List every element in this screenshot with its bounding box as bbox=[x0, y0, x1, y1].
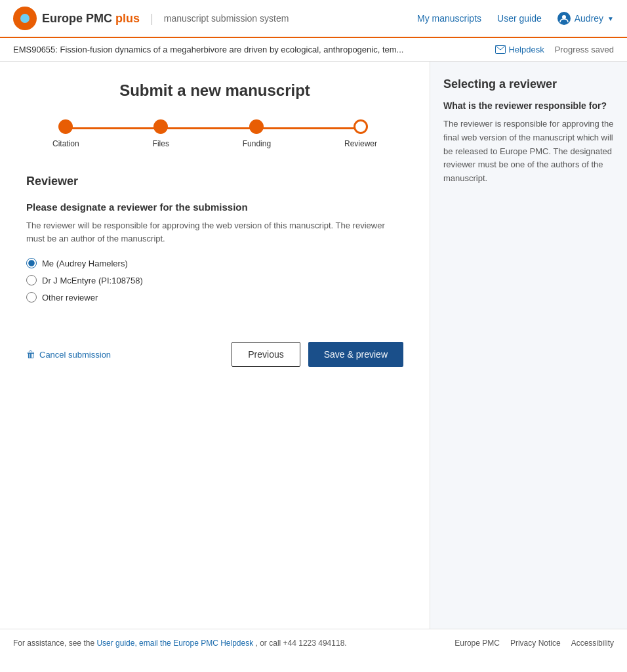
form-subtitle: Please designate a reviewer for the subm… bbox=[26, 201, 403, 213]
helpdesk-link[interactable]: Helpdesk bbox=[495, 45, 544, 54]
logo-area: Europe PMC plus | manuscript submission … bbox=[13, 7, 289, 30]
progress-status: Progress saved bbox=[555, 45, 614, 54]
footer-links: Europe PMC Privacy Notice Accessibility bbox=[455, 639, 614, 648]
step-label-files: Files bbox=[153, 139, 169, 148]
footer-link-accessibility[interactable]: Accessibility bbox=[571, 639, 614, 648]
logo-icon bbox=[13, 7, 37, 30]
right-sidebar: Selecting a reviewer What is the reviewe… bbox=[430, 62, 627, 629]
helpdesk-label: Helpdesk bbox=[508, 45, 544, 54]
sub-header: EMS90655: Fission-fusion dynamics of a m… bbox=[0, 38, 627, 62]
manuscript-title: EMS90655: Fission-fusion dynamics of a m… bbox=[13, 45, 403, 54]
radio-drj[interactable] bbox=[26, 275, 37, 285]
step-dot-funding bbox=[249, 119, 264, 134]
page-title: Submit a new manuscript bbox=[26, 81, 403, 100]
radio-other[interactable] bbox=[26, 292, 37, 303]
progress-steps: Citation Files Funding Reviewer bbox=[26, 119, 403, 148]
action-row: 🗑 Cancel submission Previous Save & prev… bbox=[26, 329, 403, 367]
form-description: The reviewer will be responsible for app… bbox=[26, 219, 403, 245]
my-manuscripts-link[interactable]: My manuscripts bbox=[417, 13, 481, 24]
step-funding: Funding bbox=[243, 119, 271, 148]
sidebar-title: Selecting a reviewer bbox=[443, 77, 614, 91]
footer-link-europe-pmc[interactable]: Europe PMC bbox=[455, 639, 500, 648]
footer-help-text: For assistance, see the User guide, emai… bbox=[13, 639, 347, 648]
chevron-down-icon: ▼ bbox=[607, 15, 614, 22]
radio-option-other[interactable]: Other reviewer bbox=[26, 292, 403, 303]
step-dot-reviewer bbox=[354, 119, 368, 134]
steps-list: Citation Files Funding Reviewer bbox=[52, 119, 377, 148]
radio-label-drj: Dr J McEntyre (PI:108758) bbox=[42, 276, 143, 285]
left-content: Submit a new manuscript Citation Files F… bbox=[0, 62, 430, 629]
main-layout: Submit a new manuscript Citation Files F… bbox=[0, 62, 627, 629]
sidebar-subtitle: What is the reviewer responsible for? bbox=[443, 100, 614, 111]
step-dot-files bbox=[153, 119, 168, 134]
section-title: Reviewer bbox=[26, 175, 403, 188]
btn-group: Previous Save & preview bbox=[232, 342, 403, 367]
sub-header-right: Helpdesk Progress saved bbox=[495, 45, 614, 54]
reviewer-radio-group: Me (Audrey Hamelers) Dr J McEntyre (PI:1… bbox=[26, 258, 403, 303]
radio-label-me: Me (Audrey Hamelers) bbox=[42, 259, 128, 268]
header-nav: My manuscripts User guide Audrey ▼ bbox=[417, 12, 614, 25]
logo-inner-circle bbox=[20, 14, 30, 23]
system-name: manuscript submission system bbox=[164, 13, 289, 24]
save-preview-button[interactable]: Save & preview bbox=[308, 342, 403, 367]
sidebar-description: The reviewer is responsible for approvin… bbox=[443, 117, 614, 186]
footer-suffix: , or call +44 1223 494118. bbox=[256, 639, 347, 648]
header: Europe PMC plus | manuscript submission … bbox=[0, 0, 627, 38]
user-menu[interactable]: Audrey ▼ bbox=[557, 12, 614, 25]
email-icon bbox=[495, 45, 506, 54]
cancel-submission-link[interactable]: 🗑 Cancel submission bbox=[26, 349, 111, 360]
trash-icon: 🗑 bbox=[26, 349, 35, 360]
step-files: Files bbox=[153, 119, 169, 148]
step-reviewer: Reviewer bbox=[344, 119, 377, 148]
cancel-label: Cancel submission bbox=[39, 350, 111, 360]
svg-point-0 bbox=[562, 15, 566, 19]
user-name: Audrey bbox=[575, 13, 603, 24]
footer: For assistance, see the User guide, emai… bbox=[0, 629, 627, 657]
step-label-citation: Citation bbox=[52, 139, 79, 148]
step-dot-citation bbox=[58, 119, 73, 134]
radio-label-other: Other reviewer bbox=[42, 293, 98, 303]
radio-option-me[interactable]: Me (Audrey Hamelers) bbox=[26, 258, 403, 268]
logo-plus: plus bbox=[115, 12, 140, 25]
footer-help-link[interactable]: User guide, email the Europe PMC Helpdes… bbox=[96, 639, 253, 648]
radio-option-drj[interactable]: Dr J McEntyre (PI:108758) bbox=[26, 275, 403, 285]
step-label-funding: Funding bbox=[243, 139, 271, 148]
user-guide-link[interactable]: User guide bbox=[497, 13, 542, 24]
step-citation: Citation bbox=[52, 119, 79, 148]
user-avatar-icon bbox=[557, 12, 571, 25]
radio-me[interactable] bbox=[26, 258, 37, 268]
footer-link-privacy[interactable]: Privacy Notice bbox=[510, 639, 561, 648]
step-label-reviewer: Reviewer bbox=[344, 139, 377, 148]
footer-prefix: For assistance, see the bbox=[13, 639, 96, 648]
logo-divider: | bbox=[150, 12, 153, 26]
logo-text: Europe PMC plus bbox=[42, 12, 140, 26]
previous-button[interactable]: Previous bbox=[232, 342, 300, 367]
